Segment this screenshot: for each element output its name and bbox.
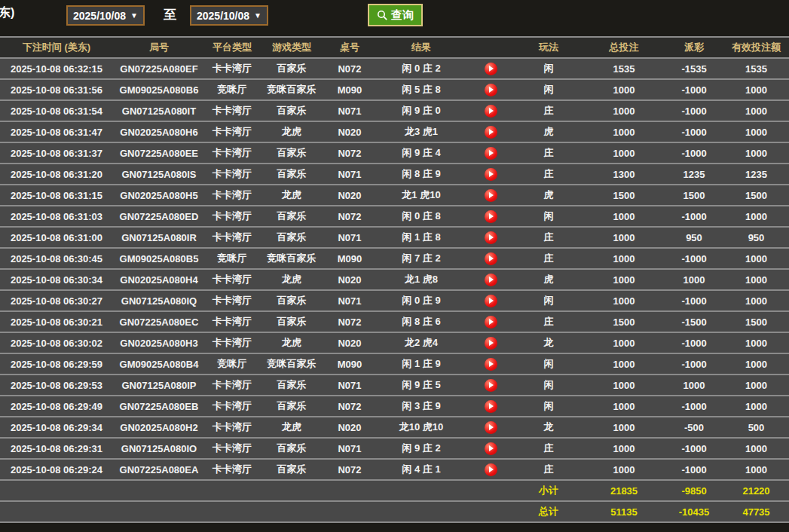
cell-valid-bet: 1000 <box>723 269 789 290</box>
table-row: 2025-10-08 06:29:31GN07125A080IO卡卡湾厅百家乐N… <box>0 438 789 459</box>
cell-bet-side: 闲 <box>514 396 583 417</box>
date-from-select[interactable]: 2025/10/08 ▼ <box>66 5 145 26</box>
replay-play-button[interactable] <box>485 252 497 265</box>
cell-platform-type: 卡卡湾厅 <box>205 121 259 142</box>
cell-table-no: N072 <box>324 58 375 79</box>
cell-payout: 1000 <box>665 375 723 396</box>
replay-play-button[interactable] <box>485 231 497 244</box>
table-row: 2025-10-08 06:30:45GM09025A080B5竞咪厅竞咪百家乐… <box>0 248 789 269</box>
cell-game-no: GN07125A080IO <box>113 438 205 459</box>
play-icon <box>489 382 494 388</box>
replay-play-button[interactable] <box>485 210 497 223</box>
play-icon <box>489 234 494 240</box>
cell-valid-bet: 1000 <box>723 100 789 121</box>
total-total-bet: 51135 <box>583 501 665 522</box>
cell-platform-type: 卡卡湾厅 <box>205 290 259 311</box>
cell-replay <box>467 100 514 121</box>
replay-play-button[interactable] <box>485 168 497 181</box>
col-total-bet: 总投注 <box>583 37 665 58</box>
cell-bet-time: 2025-10-08 06:29:34 <box>0 417 113 438</box>
cell-bet-time: 2025-10-08 06:31:15 <box>0 185 113 206</box>
cell-result: 闲 7 庄 2 <box>375 248 467 269</box>
replay-play-button[interactable] <box>485 274 497 286</box>
play-icon <box>489 298 494 304</box>
replay-play-button[interactable] <box>485 400 497 413</box>
replay-play-button[interactable] <box>485 316 497 329</box>
cell-replay <box>467 79 514 100</box>
cell-platform-type: 卡卡湾厅 <box>205 332 259 353</box>
cell-replay <box>467 58 514 79</box>
cell-game-type: 百家乐 <box>259 164 324 185</box>
cell-game-type: 百家乐 <box>259 396 324 417</box>
cell-payout: -1000 <box>665 248 723 269</box>
cell-platform-type: 竞咪厅 <box>205 248 259 269</box>
cell-game-no: GN07125A080IQ <box>113 290 205 311</box>
cell-bet-time: 2025-10-08 06:30:21 <box>0 311 113 332</box>
play-icon <box>489 108 494 114</box>
date-to-select[interactable]: 2025/10/08 ▼ <box>190 5 268 26</box>
cell-game-no: GN07225A080EC <box>113 311 205 332</box>
replay-play-button[interactable] <box>485 147 497 160</box>
play-icon <box>489 171 494 177</box>
cell-table-no: N020 <box>324 185 375 206</box>
cell-payout: -1000 <box>665 100 723 121</box>
table-body: 2025-10-08 06:32:15GN07225A080EF卡卡湾厅百家乐N… <box>0 58 789 480</box>
cell-bet-time: 2025-10-08 06:32:15 <box>0 58 113 79</box>
cell-bet-side: 闲 <box>514 375 583 396</box>
cell-replay <box>467 290 514 311</box>
cell-game-type: 百家乐 <box>259 311 324 332</box>
replay-play-button[interactable] <box>485 337 497 350</box>
cell-valid-bet: 1000 <box>723 459 789 480</box>
replay-play-button[interactable] <box>485 442 497 455</box>
cell-game-type: 竞咪百家乐 <box>259 353 324 375</box>
cell-payout: -1000 <box>665 332 723 353</box>
cell-valid-bet: 1500 <box>723 311 789 332</box>
cell-table-no: N071 <box>324 164 375 185</box>
cell-bet-time: 2025-10-08 06:31:20 <box>0 164 113 185</box>
cell-game-type: 百家乐 <box>259 142 324 164</box>
cell-table-no: N020 <box>324 269 375 290</box>
cell-game-type: 百家乐 <box>259 375 324 396</box>
cell-payout: 1235 <box>665 164 723 185</box>
subtotal-total-bet: 21835 <box>583 480 665 501</box>
replay-play-button[interactable] <box>485 358 497 371</box>
replay-play-button[interactable] <box>485 126 497 139</box>
cell-total-bet: 1000 <box>583 290 665 311</box>
replay-play-button[interactable] <box>485 63 497 75</box>
play-icon <box>489 319 494 325</box>
col-result: 结果 <box>375 37 467 58</box>
cell-bet-time: 2025-10-08 06:30:45 <box>0 248 113 269</box>
replay-play-button[interactable] <box>485 105 497 118</box>
col-platform-type: 平台类型 <box>205 37 259 58</box>
cell-game-no: GN02025A080H5 <box>113 185 205 206</box>
cell-valid-bet: 1000 <box>723 290 789 311</box>
cell-result: 闲 9 庄 4 <box>375 142 467 164</box>
replay-play-button[interactable] <box>485 84 497 96</box>
search-button[interactable]: 查询 <box>368 4 423 26</box>
cell-total-bet: 1000 <box>583 248 665 269</box>
cell-bet-time: 2025-10-08 06:31:00 <box>0 227 113 248</box>
cell-total-bet: 1000 <box>583 142 665 164</box>
replay-play-button[interactable] <box>485 189 497 202</box>
cell-bet-time: 2025-10-08 06:31:47 <box>0 121 113 142</box>
cell-bet-time: 2025-10-08 06:30:27 <box>0 290 113 311</box>
cell-platform-type: 卡卡湾厅 <box>205 164 259 185</box>
cell-total-bet: 1000 <box>583 79 665 100</box>
play-icon <box>489 87 494 93</box>
cell-replay <box>467 311 514 332</box>
cell-valid-bet: 1500 <box>723 185 789 206</box>
cell-platform-type: 竞咪厅 <box>205 353 259 375</box>
dropdown-arrow-icon: ▼ <box>254 12 261 20</box>
replay-play-button[interactable] <box>485 463 497 476</box>
replay-play-button[interactable] <box>485 421 497 434</box>
cell-result: 闲 9 庄 0 <box>375 100 467 121</box>
cell-game-no: GN07225A080EE <box>113 142 205 164</box>
cell-result: 龙1 虎10 <box>375 185 467 206</box>
replay-play-button[interactable] <box>485 379 497 392</box>
replay-play-button[interactable] <box>485 295 497 307</box>
cell-replay <box>467 375 514 396</box>
cell-table-no: M090 <box>324 353 375 375</box>
cell-result: 闲 0 庄 8 <box>375 206 467 227</box>
cell-result: 闲 0 庄 9 <box>375 290 467 311</box>
col-bet-side: 玩法 <box>514 37 583 58</box>
